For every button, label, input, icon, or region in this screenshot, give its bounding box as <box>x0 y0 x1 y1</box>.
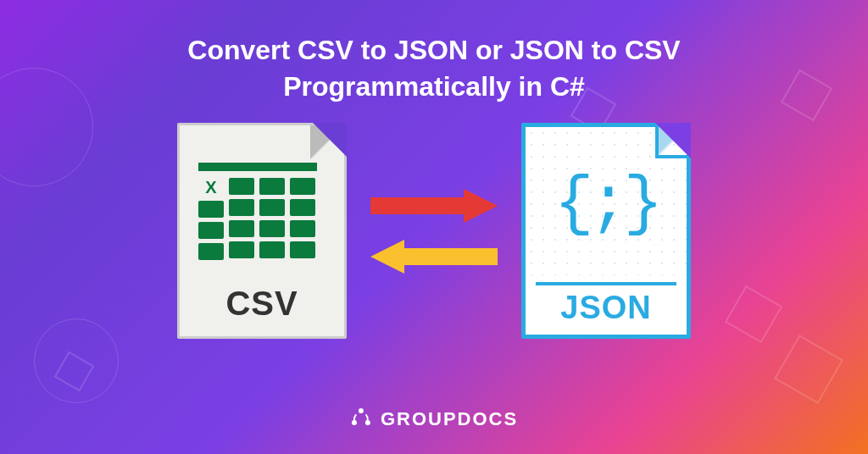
csv-cell <box>198 222 224 239</box>
csv-label: CSV <box>225 285 298 323</box>
csv-grid-icon: X <box>198 178 326 260</box>
arrow-left-icon <box>370 240 498 274</box>
csv-cell <box>198 201 224 218</box>
brand-name: GROUPDOCS <box>381 408 518 430</box>
page-title: Convert CSV to JSON or JSON to CSV Progr… <box>43 32 825 105</box>
title-line-1: Convert CSV to JSON or JSON to CSV <box>187 35 680 65</box>
json-fold-corner <box>655 127 687 158</box>
bg-hex-decoration <box>725 285 782 343</box>
brand-footer: GROUPDOCS <box>350 408 518 430</box>
csv-file-icon: X CSV <box>177 123 347 339</box>
arrow-right-icon <box>370 189 498 223</box>
csv-x-mark: X <box>198 178 224 197</box>
json-braces-icon: {;} <box>554 171 658 237</box>
csv-cell <box>229 199 254 216</box>
bg-circle-decoration <box>34 318 119 403</box>
conversion-arrows <box>370 189 498 274</box>
csv-cell <box>290 241 315 258</box>
groupdocs-logo-icon <box>350 408 372 430</box>
csv-header-bar <box>198 163 317 171</box>
json-separator <box>536 282 676 285</box>
json-file-icon: {;} JSON <box>521 123 691 339</box>
conversion-diagram: X CSV <box>177 123 691 339</box>
csv-cell <box>229 178 254 195</box>
csv-cell <box>229 241 254 258</box>
csv-cell <box>259 199 285 216</box>
json-label: JSON <box>560 290 651 326</box>
csv-cell <box>259 178 285 195</box>
bg-hex-decoration <box>54 352 95 392</box>
csv-cell <box>259 220 285 237</box>
csv-cell <box>229 220 254 237</box>
bg-hex-decoration <box>774 335 843 404</box>
csv-cell <box>259 241 285 258</box>
csv-cell <box>290 199 315 216</box>
title-line-2: Programmatically in C# <box>283 71 585 102</box>
csv-cell <box>198 243 224 260</box>
csv-cell <box>290 220 315 237</box>
csv-cell <box>290 178 315 195</box>
csv-fold-corner <box>310 125 344 159</box>
